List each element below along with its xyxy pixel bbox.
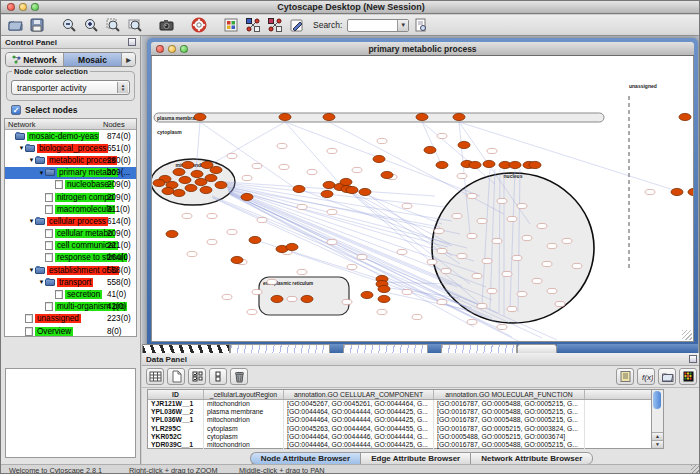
float-panel-icon[interactable] <box>128 38 136 46</box>
network-node-selected-color[interactable] <box>323 113 335 120</box>
network-node[interactable] <box>507 306 517 311</box>
table-row[interactable]: YPL036W__2plasma membrane[GO:0044464, GO… <box>148 408 651 416</box>
vizmapper-icon[interactable] <box>221 16 241 34</box>
network-node[interactable] <box>477 303 487 308</box>
network-node[interactable] <box>437 248 447 253</box>
network-node[interactable] <box>342 299 352 304</box>
import-network-icon[interactable] <box>243 16 263 34</box>
network-node-selected-color[interactable] <box>205 174 217 181</box>
network-node[interactable] <box>645 189 655 194</box>
network-node[interactable] <box>252 289 262 294</box>
network-node-selected-color[interactable] <box>529 161 541 168</box>
network-node-selected-color[interactable] <box>340 178 352 185</box>
network-canvas[interactable]: plasma membranecytoplasmmitochondrionnuc… <box>151 56 694 342</box>
attribute-table[interactable]: ID_cellularLayoutRegionannotation.GO CEL… <box>147 389 652 449</box>
network-node-selected-color[interactable] <box>323 181 335 188</box>
network-node-selected-color[interactable] <box>361 291 373 298</box>
table-cell[interactable] <box>585 425 651 433</box>
network-node-selected-color[interactable] <box>173 168 185 175</box>
network-node[interactable] <box>402 289 412 294</box>
network-node[interactable] <box>377 138 387 143</box>
network-node[interactable] <box>452 213 462 218</box>
tree-row[interactable]: macromolecule311(0) <box>5 203 136 215</box>
network-node[interactable] <box>347 264 357 269</box>
network-node-selected-color[interactable] <box>378 285 390 292</box>
network-node-selected-color[interactable] <box>509 161 521 168</box>
network-node-selected-color[interactable] <box>162 187 174 194</box>
tree-row[interactable]: ▼transport558(0) <box>5 276 136 288</box>
help-lifering-icon[interactable] <box>189 16 209 34</box>
network-node[interactable] <box>502 271 512 276</box>
network-node-selected-color[interactable] <box>166 230 178 237</box>
frame-zoom-button[interactable] <box>180 45 188 53</box>
attribute-list-icon[interactable] <box>616 368 634 385</box>
table-cell[interactable] <box>585 441 651 449</box>
network-node-selected-color[interactable] <box>194 113 206 120</box>
network-node[interactable] <box>357 254 367 259</box>
network-node[interactable] <box>352 167 362 172</box>
scrollbar-thumb[interactable] <box>653 391 661 409</box>
app-titlebar[interactable]: Cytoscape Desktop (New Session) <box>1 1 700 14</box>
network-node-selected-color[interactable] <box>381 171 393 178</box>
network-node-selected-color[interactable] <box>200 186 212 193</box>
tree-row[interactable]: mosaic-demo-yeast874(0) <box>5 130 136 142</box>
tree-row[interactable]: unassigned223(0) <box>5 313 136 325</box>
table-cell[interactable]: mitochondrion <box>204 441 284 449</box>
network-node-selected-color[interactable] <box>185 184 197 191</box>
network-node-selected-color[interactable] <box>279 113 291 120</box>
table-column-header[interactable]: ID <box>148 390 204 399</box>
table-cell[interactable]: [GO:0044464, GO:0044444, GO:0044425, G..… <box>284 416 434 424</box>
background-window-fragment[interactable] <box>142 344 230 353</box>
background-windows[interactable] <box>142 344 698 353</box>
network-node[interactable] <box>441 268 451 273</box>
table-cell[interactable]: [GO:0045267, GO:0045261, GO:0044464, G..… <box>284 400 434 408</box>
network-node-selected-color[interactable] <box>416 113 428 120</box>
tab-mosaic[interactable]: Mosaic <box>64 53 122 66</box>
network-node[interactable] <box>402 203 412 208</box>
tree-expander-icon[interactable]: ▼ <box>38 279 45 285</box>
table-cell[interactable]: [GO:0044464, GO:0044446, GO:0044444, G..… <box>284 433 434 441</box>
table-cell[interactable]: [GO:0016787, GO:0005488, GO:0005215, G..… <box>434 441 585 449</box>
network-node-selected-color[interactable] <box>301 295 313 302</box>
network-window-titlebar[interactable]: primary metabolic process <box>151 42 694 56</box>
frame-close-button[interactable] <box>156 45 164 53</box>
network-node[interactable] <box>517 203 527 208</box>
network-node[interactable] <box>497 324 507 329</box>
import-table-folder-icon[interactable] <box>658 368 676 385</box>
network-node[interactable] <box>497 198 507 203</box>
network-node[interactable] <box>487 148 497 153</box>
network-node[interactable] <box>517 291 527 296</box>
network-node-selected-color[interactable] <box>679 113 691 120</box>
network-node-selected-color[interactable] <box>249 236 261 243</box>
delete-attribute-trash-icon[interactable] <box>230 368 248 385</box>
close-button[interactable] <box>7 3 15 11</box>
network-window-frame[interactable]: primary metabolic process plasma membran… <box>147 38 698 353</box>
network-node[interactable] <box>412 314 422 319</box>
network-node[interactable] <box>257 217 267 222</box>
network-node[interactable] <box>227 153 237 158</box>
frame-resize-grip[interactable] <box>682 330 692 340</box>
tree-row[interactable]: nitrogen compo209(0) <box>5 191 136 203</box>
network-node[interactable] <box>297 269 307 274</box>
network-node[interactable] <box>477 218 487 223</box>
network-node[interactable] <box>427 259 437 264</box>
table-cell[interactable]: [GO:0016787, GO:0005215, GO:0003824, G..… <box>434 425 585 433</box>
network-node[interactable] <box>222 294 232 299</box>
nucleus-region[interactable] <box>432 173 594 323</box>
table-cell[interactable]: YLR295C <box>148 425 204 433</box>
network-node-selected-color[interactable] <box>453 113 465 120</box>
table-cell[interactable]: mitochondrion <box>204 416 284 424</box>
network-node-selected-color[interactable] <box>215 181 227 188</box>
table-column-header[interactable]: annotation.GO CELLULAR_COMPONENT <box>284 390 434 399</box>
minimize-button[interactable] <box>19 3 27 11</box>
network-node-selected-color[interactable] <box>182 161 194 168</box>
tree-row[interactable]: ▼primary metabo209(... <box>5 167 136 179</box>
table-cell[interactable]: YPL036W__2 <box>148 408 204 416</box>
network-node[interactable] <box>457 253 467 258</box>
network-node-selected-color[interactable] <box>483 160 495 167</box>
open-session-button[interactable] <box>5 16 25 34</box>
table-cell[interactable]: [GO:0016787, GO:0005488, GO:0005215, G..… <box>434 408 585 416</box>
table-cell[interactable]: mitochondrion <box>204 400 284 408</box>
background-window-fragment[interactable] <box>517 344 557 353</box>
network-node[interactable] <box>532 278 542 283</box>
